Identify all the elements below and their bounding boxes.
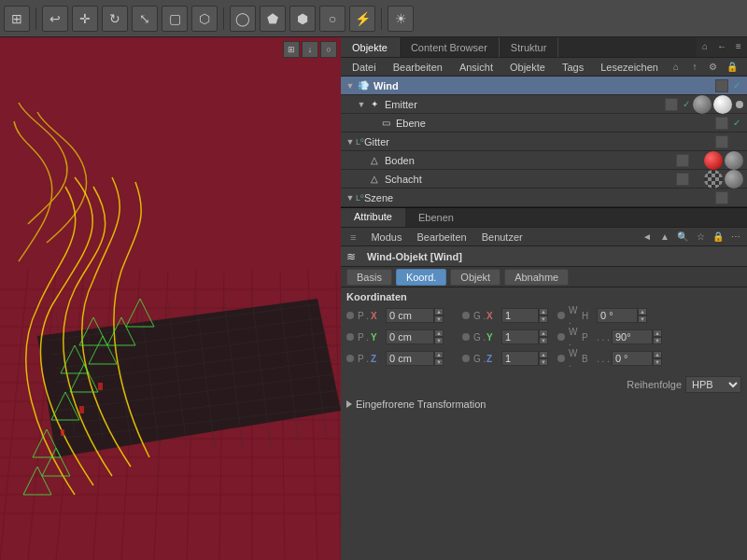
tool-icon-rotate[interactable]: ↻	[102, 6, 128, 32]
tab-content-browser[interactable]: Content Browser	[400, 37, 500, 57]
material-ball-checker-schacht[interactable]	[704, 170, 723, 189]
obj-visibility-dots-boden[interactable]	[676, 154, 689, 167]
spin-down-pz[interactable]: ▼	[434, 358, 444, 366]
icon-more[interactable]: ⋯	[742, 59, 747, 76]
viewport-btn-3[interactable]: ○	[320, 41, 337, 58]
panel-icon-menu[interactable]: ≡	[730, 37, 747, 54]
menu-tags[interactable]: Tags	[555, 59, 591, 76]
attr-icon-search[interactable]: 🔍	[675, 230, 690, 245]
expand-szene[interactable]: ▼	[345, 192, 356, 203]
input-px[interactable]	[386, 308, 434, 323]
object-row-emitter[interactable]: ▼ ✦ Emitter ✓	[341, 95, 747, 114]
tab-attribute[interactable]: Attribute	[341, 208, 405, 227]
tool-icon-grid[interactable]: ⊞	[4, 6, 30, 32]
icon-arrow-up[interactable]: ↑	[686, 59, 703, 76]
obj-check-gitter[interactable]	[730, 135, 743, 148]
tab-ebenen[interactable]: Ebenen	[405, 208, 467, 227]
menu-lesezeichen[interactable]: Lesezeichen	[593, 59, 666, 76]
tool-icon-bezier[interactable]: ◯	[230, 6, 256, 32]
tool-icon-undo[interactable]: ↩	[42, 6, 68, 32]
spin-down-gz[interactable]: ▼	[539, 358, 548, 366]
menu-ansicht[interactable]: Ansicht	[452, 59, 500, 76]
spin-up-gx[interactable]: ▲	[539, 308, 548, 315]
input-py[interactable]	[386, 329, 434, 344]
spin-down-gx[interactable]: ▼	[539, 315, 548, 323]
panel-icon-home[interactable]: ⌂	[697, 37, 713, 54]
attr-icon-up[interactable]: ▲	[657, 230, 672, 245]
input-pz[interactable]	[386, 351, 434, 366]
menu-objekte[interactable]: Objekte	[502, 59, 553, 76]
input-wp[interactable]	[612, 329, 653, 344]
obj-visibility-dots-schacht[interactable]	[676, 173, 689, 186]
tool-icon-poly[interactable]: ⬟	[260, 6, 286, 32]
koord-tab-abnahme[interactable]: Abnahme	[504, 269, 569, 286]
viewport-3d[interactable]: ⊞ ↓ ○	[0, 37, 341, 560]
tool-icon-scale[interactable]: ⤡	[132, 6, 158, 32]
spin-down-py[interactable]: ▼	[434, 337, 444, 344]
object-row-schacht[interactable]: ▶ △ Schacht	[341, 170, 747, 189]
koord-tab-basis[interactable]: Basis	[346, 269, 392, 286]
icon-house[interactable]: ⌂	[668, 59, 684, 76]
obj-check-ebene[interactable]: ✓	[730, 117, 743, 130]
obj-visibility-dots-ebene[interactable]	[715, 117, 728, 130]
attr-menu-benutzer[interactable]: Benutzer	[476, 231, 529, 243]
koord-tab-objekt[interactable]: Objekt	[450, 269, 500, 286]
expand-emitter[interactable]: ▼	[356, 99, 367, 110]
expand-wind[interactable]: ▼	[345, 80, 356, 91]
spin-up-pz[interactable]: ▲	[434, 351, 444, 358]
object-row-wind[interactable]: ▼ 💨 Wind ✓	[341, 77, 747, 95]
menu-datei[interactable]: Datei	[345, 59, 384, 76]
tool-icon-extrude[interactable]: ⬡	[191, 6, 218, 32]
attr-icon-bookmark[interactable]: ☆	[693, 230, 708, 245]
material-ball-red-boden[interactable]	[704, 151, 723, 170]
obj-check-schacht[interactable]	[691, 173, 704, 186]
input-wh[interactable]	[597, 308, 638, 323]
tab-objekte[interactable]: Objekte	[341, 37, 400, 57]
obj-visibility-dots-wind[interactable]	[715, 79, 728, 92]
spin-down-wb[interactable]: ▼	[653, 358, 662, 366]
object-row-ebene[interactable]: ▶ ▭ Ebene ✓	[341, 114, 747, 133]
attr-icon-lock[interactable]: 🔒	[711, 230, 726, 245]
spin-down-wp[interactable]: ▼	[653, 337, 662, 344]
spin-up-wb[interactable]: ▲	[653, 351, 662, 358]
input-wb[interactable]	[612, 351, 653, 366]
input-gz[interactable]	[501, 351, 539, 366]
spin-up-py[interactable]: ▲	[434, 329, 444, 337]
menu-bearbeiten[interactable]: Bearbeiten	[386, 59, 450, 76]
icon-settings[interactable]: ⚙	[705, 59, 722, 76]
viewport-btn-2[interactable]: ↓	[302, 41, 318, 58]
viewport-btn-1[interactable]: ⊞	[283, 41, 300, 58]
material-ball-grey-emitter[interactable]	[693, 95, 712, 114]
tool-icon-cube[interactable]: ⬢	[289, 6, 316, 32]
obj-visibility-dots-szene[interactable]	[715, 191, 728, 204]
eingefrorene-row[interactable]: Eingefrorene Transformation	[346, 399, 741, 410]
attr-menu-bearbeiten[interactable]: Bearbeiten	[411, 231, 472, 243]
reihenfolge-select[interactable]: HPB	[685, 376, 741, 393]
tool-icon-move[interactable]: ✛	[72, 6, 98, 32]
spin-down-px[interactable]: ▼	[434, 315, 444, 323]
spin-up-px[interactable]: ▲	[434, 308, 444, 315]
attr-menu-modus[interactable]: Modus	[365, 231, 407, 243]
obj-visibility-dots-emitter[interactable]	[665, 98, 678, 111]
koord-tab-koord[interactable]: Koord.	[396, 269, 446, 286]
tool-icon-select[interactable]: ▢	[162, 6, 188, 32]
tool-icon-fx[interactable]: ⚡	[349, 6, 375, 32]
spin-down-gy[interactable]: ▼	[539, 337, 548, 344]
spin-down-wh[interactable]: ▼	[638, 315, 647, 323]
obj-check-szene[interactable]	[730, 191, 743, 204]
spin-up-wp[interactable]: ▲	[653, 329, 662, 337]
tab-struktur[interactable]: Struktur	[500, 37, 559, 57]
object-row-boden[interactable]: ▶ △ Boden	[341, 151, 747, 170]
tool-icon-light[interactable]: ☀	[388, 6, 414, 32]
spin-up-gz[interactable]: ▲	[539, 351, 548, 358]
expand-gitter[interactable]: ▼	[345, 136, 356, 147]
spin-up-wh[interactable]: ▲	[638, 308, 647, 315]
material-ball-grey-boden[interactable]	[725, 151, 743, 170]
panel-icon-arrow[interactable]: ←	[713, 37, 730, 54]
obj-check-boden[interactable]	[691, 154, 704, 167]
material-ball-grey-schacht[interactable]	[725, 170, 743, 189]
attr-icon-more[interactable]: ⋯	[728, 230, 743, 245]
obj-check-emitter[interactable]: ✓	[680, 98, 693, 111]
input-gx[interactable]	[501, 308, 539, 323]
tool-icon-sphere[interactable]: ○	[319, 6, 345, 32]
